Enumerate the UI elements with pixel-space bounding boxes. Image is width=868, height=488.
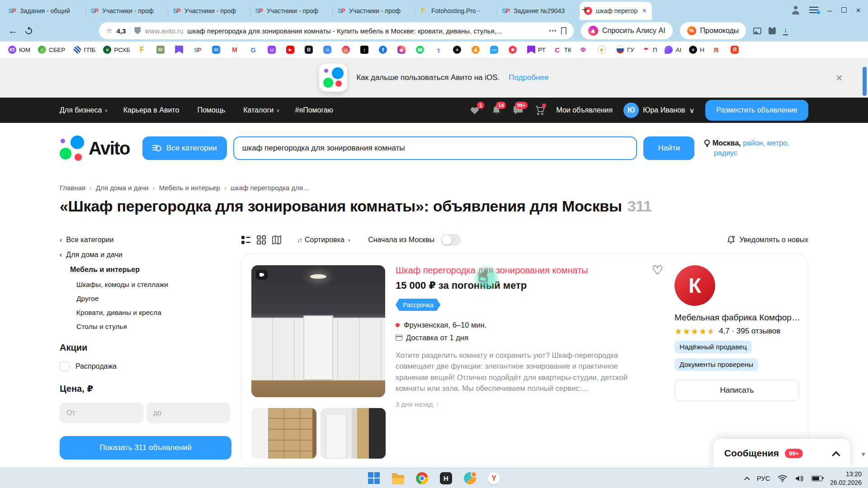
bookmark-item[interactable]: ГПБ bbox=[73, 46, 96, 54]
rating-text[interactable]: 4,7 · 395 отзывов bbox=[719, 327, 780, 336]
browser-tab[interactable]: Участники - проф bbox=[168, 2, 250, 20]
bookmark-item[interactable]: ⋯ bbox=[490, 46, 501, 54]
user-menu[interactable]: Ю Юра Иванов ∨ bbox=[623, 103, 694, 118]
bookmark-item[interactable]: ¤ РСХБ bbox=[103, 46, 130, 54]
notify-new-button[interactable]: Уведомлять о новых bbox=[727, 235, 808, 244]
bookmark-item[interactable]: Я bbox=[712, 46, 723, 54]
sidebar-category[interactable]: Шкафы, комоды и стеллажи bbox=[60, 281, 231, 289]
site-rating-star-icon[interactable]: ☆ bbox=[106, 27, 112, 35]
location-filters[interactable]: район, метро, bbox=[743, 139, 789, 147]
browser-tab[interactable]: Участники - проф bbox=[86, 2, 168, 20]
tab-close-icon[interactable]: × bbox=[642, 7, 647, 15]
post-ad-button[interactable]: Разместить объявление bbox=[705, 100, 808, 121]
all-categories-button[interactable]: Все категории bbox=[142, 136, 227, 160]
browser-tab[interactable]: Задания - общий bbox=[4, 2, 86, 20]
promocodes-button[interactable]: % Промокоды bbox=[680, 22, 746, 39]
write-message-button[interactable]: Написать bbox=[675, 380, 799, 401]
bookmark-item[interactable]: ✓ СБЕР bbox=[38, 46, 66, 54]
sort-dropdown[interactable]: ↓↑ Сортировка ∨ bbox=[297, 236, 351, 244]
messages-widget[interactable]: Сообщения 99+ bbox=[713, 439, 850, 468]
volume-icon[interactable] bbox=[795, 475, 804, 482]
new-tab-button[interactable]: + bbox=[582, 3, 588, 16]
location-radius[interactable]: радиус bbox=[704, 148, 810, 158]
price-to-input[interactable]: до bbox=[146, 403, 231, 423]
thumbnail-2[interactable] bbox=[321, 408, 386, 459]
sale-checkbox[interactable] bbox=[60, 361, 70, 371]
close-button[interactable]: × bbox=[856, 6, 861, 14]
bookmark-item[interactable]: ♟ bbox=[472, 46, 482, 54]
omnibox[interactable]: ☆ 4,3 www.avito.ru шкаф перегородка для … bbox=[99, 22, 574, 39]
breadcrumb-link[interactable]: Для дома и дачи bbox=[96, 184, 149, 192]
nav-link[interactable]: #яПомогаю bbox=[295, 106, 336, 114]
battery-icon[interactable] bbox=[811, 476, 822, 481]
chrome-icon[interactable] bbox=[416, 472, 428, 484]
sidebar-category[interactable]: Мебель и интерьер bbox=[60, 266, 231, 274]
bookmark-item[interactable] bbox=[175, 46, 186, 54]
sidebar-category[interactable]: ‹ Для дома и дачи bbox=[60, 251, 231, 259]
favorites-heart-icon[interactable]: 1 bbox=[469, 105, 480, 116]
browser-tab[interactable]: Участники - проф bbox=[250, 2, 333, 20]
map-view-icon[interactable] bbox=[272, 235, 282, 245]
bookmark-item[interactable]: ▶ bbox=[286, 46, 297, 54]
browser-tab[interactable]: F Fotohosting.Pro - bbox=[415, 2, 497, 20]
nav-link[interactable]: Каталоги ∨ bbox=[243, 106, 279, 114]
thumbnail-1[interactable] bbox=[251, 408, 316, 459]
breadcrumb-link[interactable]: Мебель и интерьер bbox=[159, 184, 220, 192]
bookmark-item[interactable]: ◉ bbox=[397, 46, 408, 54]
browser-tab[interactable]: Участники - проф bbox=[333, 2, 415, 20]
bookmark-item[interactable]: + Н bbox=[689, 46, 704, 54]
scrollbar-down-icon[interactable]: ▼ bbox=[860, 451, 866, 458]
sidebar-category[interactable]: Другое bbox=[60, 295, 231, 303]
back-button[interactable]: ← bbox=[8, 25, 18, 37]
banner-close-icon[interactable]: × bbox=[836, 71, 843, 85]
bookmark-page-icon[interactable] bbox=[561, 27, 566, 34]
bookmark-item[interactable]: + bbox=[453, 46, 464, 54]
bookmark-item[interactable] bbox=[193, 46, 204, 54]
search-input[interactable]: шкаф перегородка для зонирования комнаты bbox=[233, 136, 637, 160]
restore-button[interactable] bbox=[841, 7, 847, 13]
bookmark-item[interactable]: M bbox=[231, 46, 241, 54]
cart-icon[interactable] bbox=[534, 105, 545, 116]
bookmark-item[interactable]: ◎ bbox=[342, 46, 353, 54]
start-menu-icon[interactable] bbox=[368, 472, 380, 484]
extensions-icon[interactable] bbox=[769, 27, 776, 34]
file-explorer-icon[interactable] bbox=[392, 475, 404, 484]
bookmark-item[interactable]: Ф bbox=[579, 46, 590, 54]
bookmark-item[interactable]: C ТК bbox=[553, 46, 571, 54]
bookmark-item[interactable]: f bbox=[379, 46, 390, 54]
yandex-browser-icon[interactable]: Y bbox=[488, 472, 500, 484]
bookmark-item[interactable]: Ю ЮМ bbox=[8, 46, 30, 54]
minimize-button[interactable]: – bbox=[827, 6, 832, 14]
bookmark-item[interactable]: G bbox=[249, 46, 260, 54]
chevron-up-icon[interactable] bbox=[832, 451, 840, 459]
browser-menu-icon[interactable] bbox=[809, 7, 818, 13]
banner-more-link[interactable]: Подробнее bbox=[509, 73, 548, 82]
browser-tab[interactable]: шкаф перегоро × bbox=[580, 2, 652, 20]
sidebar-category[interactable]: Кровати, диваны и кресла bbox=[60, 309, 231, 317]
bookmark-item[interactable]: AI bbox=[665, 46, 681, 54]
security-shield-icon[interactable] bbox=[134, 27, 141, 34]
my-ads-link[interactable]: Мои объявления bbox=[556, 106, 613, 114]
grid-view-icon[interactable] bbox=[256, 235, 266, 245]
bookmark-item[interactable]: ✉ bbox=[212, 46, 223, 54]
bookmark-item[interactable] bbox=[509, 46, 519, 54]
scrollbar-thumb[interactable] bbox=[863, 67, 867, 96]
sidebar-category[interactable]: Столы и стулья bbox=[60, 323, 231, 331]
from-moscow-toggle[interactable] bbox=[441, 234, 461, 246]
browser-tab[interactable]: Задание №29043 bbox=[497, 2, 580, 20]
breadcrumb-link[interactable]: Главная bbox=[60, 184, 85, 192]
listing-photo[interactable] bbox=[251, 265, 385, 397]
messages-chat-icon[interactable]: 99+ bbox=[513, 105, 524, 116]
sidebar-category[interactable]: ‹ Все категории bbox=[60, 236, 231, 244]
seller-name[interactable]: Мебельная фабрика Комфор… bbox=[675, 313, 799, 323]
profile-icon[interactable] bbox=[791, 5, 800, 14]
bookmark-item[interactable]: ♪ bbox=[360, 46, 371, 54]
bookmark-item[interactable]: ¤ bbox=[598, 46, 609, 54]
nav-link[interactable]: Для бизнеса ∨ bbox=[60, 106, 108, 114]
keyboard-language[interactable]: РУС bbox=[757, 474, 770, 482]
bookmark-item[interactable]: R bbox=[305, 46, 316, 54]
bookmark-item[interactable]: ☂ П bbox=[642, 46, 657, 54]
screenshot-icon[interactable] bbox=[753, 28, 761, 34]
bookmark-item[interactable]: F bbox=[138, 46, 149, 54]
listing-title-link[interactable]: Шкаф перегородка для зонирования комнаты bbox=[396, 265, 651, 276]
